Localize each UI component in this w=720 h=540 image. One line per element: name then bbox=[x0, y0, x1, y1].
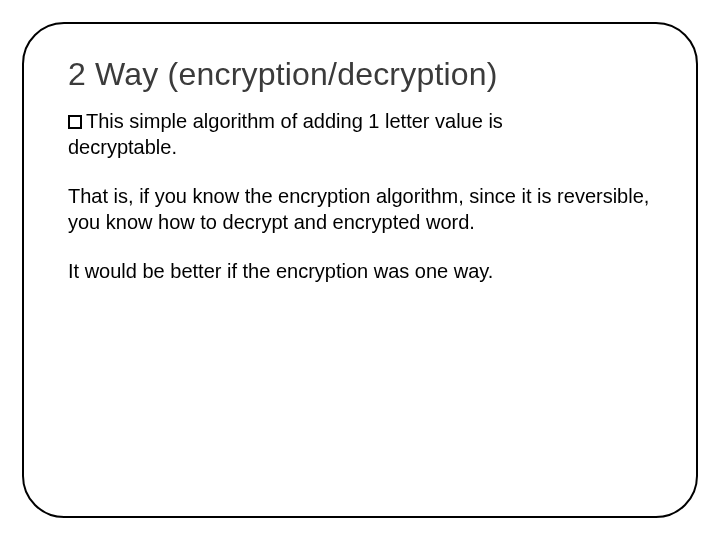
bullet-item: This simple algorithm of adding 1 letter… bbox=[68, 109, 652, 160]
slide-frame: 2 Way (encryption/decryption) This simpl… bbox=[22, 22, 698, 518]
paragraph-1: That is, if you know the encryption algo… bbox=[68, 184, 652, 235]
paragraph-2: It would be better if the encryption was… bbox=[68, 259, 652, 285]
slide-body: This simple algorithm of adding 1 letter… bbox=[68, 109, 652, 285]
slide-title: 2 Way (encryption/decryption) bbox=[68, 56, 652, 93]
bullet-text-line1: This simple algorithm of adding 1 letter… bbox=[86, 110, 503, 132]
bullet-text-line2: decryptable. bbox=[68, 136, 177, 158]
square-bullet-icon bbox=[68, 115, 82, 129]
